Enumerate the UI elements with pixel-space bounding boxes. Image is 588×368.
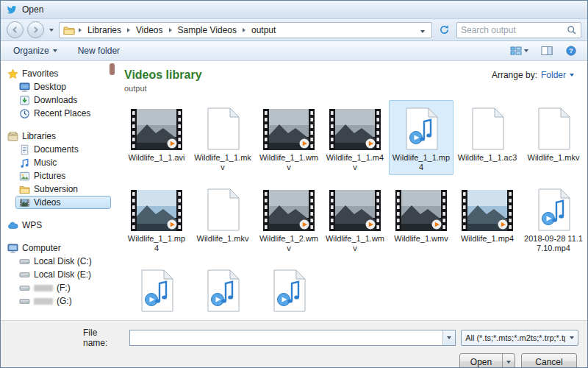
arrange-by-control[interactable]: Arrange by: Folder <box>492 70 574 80</box>
chevron-down-icon <box>49 29 54 32</box>
file-name-dropdown[interactable] <box>442 330 455 345</box>
command-bar: Organize New folder ? <box>1 41 587 61</box>
open-split-button[interactable]: Open <box>459 353 515 368</box>
file-item[interactable]: Wildlife_1_1.mp4 <box>389 100 453 175</box>
file-name-combo[interactable] <box>129 330 456 346</box>
sidebar-item-label: Pictures <box>34 171 65 181</box>
computer-icon <box>7 243 18 254</box>
sidebar-item-subversion[interactable]: Subversion <box>15 183 111 196</box>
file-item[interactable] <box>257 262 321 318</box>
sidebar-item-recent-places[interactable]: Recent Places <box>15 107 111 120</box>
file-item-label: Wildlife_1.mkv <box>528 153 580 163</box>
breadcrumb-item-libraries[interactable]: Libraries <box>84 24 125 37</box>
search-box[interactable] <box>456 22 581 38</box>
media-file-icon <box>404 105 438 150</box>
file-type-dropdown[interactable] <box>565 336 578 339</box>
cloud-icon <box>7 220 18 231</box>
sidebar-item-label: Local Disk (E:) <box>34 269 91 280</box>
sidebar-item-g[interactable]: (G:) <box>15 294 111 308</box>
file-item[interactable]: Wildlife_1.mkv <box>190 181 255 256</box>
back-button[interactable] <box>7 21 24 38</box>
film-thumb-icon <box>263 105 315 150</box>
new-folder-label: New folder <box>78 46 120 56</box>
file-item[interactable]: Wildlife_1_1.mp4 <box>124 181 189 256</box>
chevron-down-icon <box>53 49 57 52</box>
redacted-drive-name <box>34 298 53 305</box>
file-item[interactable] <box>124 262 189 318</box>
change-view-button[interactable] <box>507 43 531 59</box>
views-icon <box>510 46 522 56</box>
file-name-input[interactable] <box>130 330 442 345</box>
film-thumb-icon <box>263 185 315 231</box>
file-item[interactable]: Wildlife_1_1.mkv <box>190 100 255 175</box>
desktop-icon <box>19 82 30 93</box>
file-item[interactable]: 2018-09-28 11.17.10.mp4 <box>521 181 586 256</box>
sidebar-item-pictures[interactable]: Pictures <box>15 169 111 183</box>
sidebar-item-computer[interactable]: Computer <box>4 241 111 255</box>
file-item[interactable]: Wildlife_1_1.ac3 <box>455 100 520 175</box>
refresh-button[interactable] <box>436 22 453 38</box>
file-item[interactable]: Wildlife_1.mp4 <box>455 181 520 256</box>
search-icon <box>567 25 577 35</box>
sidebar-item-videos[interactable]: Videos <box>15 196 111 209</box>
file-item[interactable]: Wildlife_1_2.wmv <box>257 181 321 256</box>
open-button[interactable]: Open <box>460 357 502 367</box>
help-button[interactable]: ? <box>562 43 580 59</box>
arrange-by-value[interactable]: Folder <box>541 70 566 80</box>
dialog-footer: File name: All (*.ts;*.mts;*.m2ts;*.trp;… <box>1 320 587 367</box>
file-item[interactable]: Wildlife_1.wmv <box>389 181 453 256</box>
breadcrumb-item-sample-videos[interactable]: Sample Videos <box>174 24 241 37</box>
sidebar-item-documents[interactable]: Documents <box>15 143 111 156</box>
new-folder-button[interactable]: New folder <box>73 43 125 58</box>
organize-button[interactable]: Organize <box>8 43 62 58</box>
sidebar-item-downloads[interactable]: Downloads <box>15 93 111 107</box>
app-icon <box>6 4 18 15</box>
recent-pages-dropdown[interactable] <box>48 27 55 33</box>
sidebar-item-label: Libraries <box>22 131 56 141</box>
open-dropdown[interactable] <box>502 354 514 368</box>
film-thumb-blue-icon <box>462 185 513 231</box>
file-item-label: Wildlife_1_2.wmv <box>259 234 319 253</box>
sidebar-item-label: Downloads <box>34 95 77 105</box>
window-title: Open <box>22 4 43 15</box>
sidebar-item-label: Documents <box>34 144 79 155</box>
sidebar-item-music[interactable]: Music <box>15 156 111 169</box>
drive-icon <box>19 269 30 280</box>
breadcrumb-dropdown[interactable] <box>417 25 428 35</box>
file-item[interactable]: Wildlife_1_1.wmv <box>323 181 387 256</box>
file-item[interactable]: Wildlife_1.mkv <box>521 100 586 175</box>
sidebar-item-local-disk-e[interactable]: Local Disk (E:) <box>15 268 111 281</box>
breadcrumb-item-videos[interactable]: Videos <box>132 24 166 37</box>
file-item[interactable] <box>190 262 255 318</box>
breadcrumb-item-output[interactable]: output <box>248 24 279 37</box>
breadcrumb[interactable]: Libraries Videos Sample Videos output <box>59 22 432 38</box>
open-dialog: Open Libraries Videos Sample Videos outp… <box>0 0 588 368</box>
sidebar: FavoritesDesktopDownloadsRecent PlacesLi… <box>1 61 115 320</box>
blank-file-icon <box>206 105 240 150</box>
back-arrow-icon <box>10 25 20 35</box>
folder-icon <box>19 184 30 195</box>
sidebar-item-wps[interactable]: WPS <box>4 219 111 232</box>
pictures-icon <box>19 171 30 182</box>
chevron-down-icon <box>447 336 451 339</box>
file-type-select[interactable]: All (*.ts;*.mts;*.m2ts;*.trp;*.tp;* <box>461 330 578 346</box>
sidebar-scrollbar[interactable] <box>110 63 115 312</box>
sidebar-scrollbar-thumb[interactable] <box>110 63 115 75</box>
sidebar-item-label: Videos <box>34 197 60 208</box>
file-item[interactable]: Wildlife_1_1.avi <box>124 100 189 175</box>
videos-icon <box>19 197 30 208</box>
search-input[interactable] <box>461 25 567 35</box>
sidebar-item-libraries[interactable]: Libraries <box>4 130 111 143</box>
chevron-down-icon <box>524 49 528 52</box>
organize-label: Organize <box>13 46 49 56</box>
preview-pane-button[interactable] <box>538 43 556 59</box>
sidebar-item-desktop[interactable]: Desktop <box>15 80 111 93</box>
sidebar-item-local-disk-c[interactable]: Local Disk (C:) <box>15 255 111 268</box>
forward-button[interactable] <box>27 21 44 38</box>
file-item[interactable]: Wildlife_1_1.wmv <box>257 100 321 175</box>
cancel-button[interactable]: Cancel <box>521 353 577 368</box>
sidebar-item-favorites[interactable]: Favorites <box>4 67 111 80</box>
title-bar[interactable]: Open <box>1 1 587 19</box>
sidebar-item-f[interactable]: (F:) <box>15 281 111 294</box>
file-item[interactable]: Wildlife_1_1.m4v <box>323 100 387 175</box>
